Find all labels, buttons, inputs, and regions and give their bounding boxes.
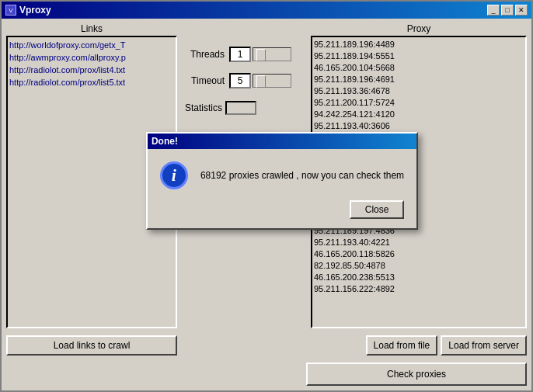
dialog-buttons: Close — [160, 200, 404, 219]
dialog-title-bar: Done! — [148, 134, 416, 149]
dialog-body: i 68192 proxies crawled , now you can ch… — [148, 149, 416, 228]
dialog-message: 68192 proxies crawled , now you can chec… — [200, 170, 404, 181]
dialog-content-row: i 68192 proxies crawled , now you can ch… — [160, 161, 404, 189]
dialog: Done! i 68192 proxies crawled , now you … — [146, 132, 418, 230]
modal-overlay: Done! i 68192 proxies crawled , now you … — [0, 0, 533, 392]
dialog-close-button[interactable]: Close — [350, 200, 404, 219]
info-icon: i — [160, 161, 188, 189]
dialog-title: Done! — [152, 136, 178, 147]
